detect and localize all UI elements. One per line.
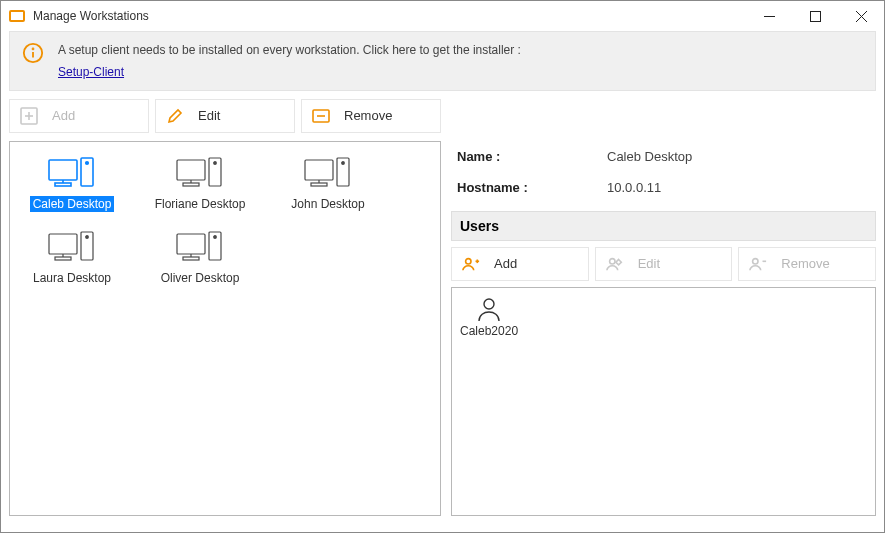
svg-point-31	[86, 235, 89, 238]
svg-point-40	[609, 258, 614, 263]
svg-rect-13	[55, 183, 71, 186]
workstations-panel: Caleb Desktop Floriane Desktop John Desk…	[9, 141, 441, 516]
minimize-icon	[764, 11, 775, 22]
svg-point-36	[214, 235, 217, 238]
users-panel: Caleb2020	[451, 287, 876, 516]
svg-point-37	[466, 258, 471, 263]
pencil-icon	[166, 107, 184, 125]
svg-rect-18	[183, 183, 199, 186]
detail-row-hostname: Hostname : 10.0.0.11	[451, 172, 876, 203]
add-user-button[interactable]: Add	[451, 247, 589, 281]
svg-rect-22	[305, 160, 333, 180]
add-workstation-button[interactable]: Add	[9, 99, 149, 133]
user-label: Caleb2020	[460, 324, 518, 338]
svg-point-6	[33, 48, 34, 49]
main-area: Caleb Desktop Floriane Desktop John Desk…	[1, 141, 884, 526]
svg-point-26	[342, 161, 345, 164]
user-minus-icon	[749, 255, 767, 273]
workstation-label: Oliver Desktop	[158, 270, 243, 286]
name-value: Caleb Desktop	[607, 149, 692, 164]
svg-point-16	[86, 161, 89, 164]
name-label: Name :	[457, 149, 607, 164]
svg-rect-27	[49, 234, 77, 254]
computer-icon	[303, 156, 353, 192]
workstation-item[interactable]: John Desktop	[274, 150, 382, 218]
user-edit-icon	[606, 255, 624, 273]
workstations-grid: Caleb Desktop Floriane Desktop John Desk…	[18, 150, 432, 292]
svg-rect-23	[311, 183, 327, 186]
close-button[interactable]	[838, 1, 884, 31]
remove-user-label: Remove	[781, 256, 829, 271]
workstation-label: Laura Desktop	[30, 270, 114, 286]
workstation-item[interactable]: Floriane Desktop	[146, 150, 254, 218]
minus-box-icon	[312, 107, 330, 125]
svg-rect-12	[49, 160, 77, 180]
user-item[interactable]: Caleb2020	[460, 296, 518, 338]
info-banner: A setup client needs to be installed on …	[9, 31, 876, 91]
add-workstation-label: Add	[52, 108, 75, 123]
detail-row-name: Name : Caleb Desktop	[451, 141, 876, 172]
info-icon	[22, 42, 44, 68]
app-icon	[9, 10, 25, 22]
edit-workstation-label: Edit	[198, 108, 220, 123]
computer-icon	[175, 156, 225, 192]
remove-workstation-label: Remove	[344, 108, 392, 123]
edit-user-label: Edit	[638, 256, 660, 271]
svg-point-41	[753, 258, 758, 263]
workstation-label: Floriane Desktop	[152, 196, 249, 212]
remove-user-button[interactable]: Remove	[738, 247, 876, 281]
minimize-button[interactable]	[746, 1, 792, 31]
users-heading: Users	[451, 211, 876, 241]
edit-user-button[interactable]: Edit	[595, 247, 733, 281]
svg-point-21	[214, 161, 217, 164]
user-plus-icon	[462, 255, 480, 273]
close-icon	[856, 11, 867, 22]
svg-point-43	[484, 299, 494, 309]
computer-icon	[47, 230, 97, 266]
workstation-item[interactable]: Caleb Desktop	[18, 150, 126, 218]
add-user-label: Add	[494, 256, 517, 271]
setup-client-link[interactable]: Setup-Client	[58, 65, 124, 79]
maximize-icon	[810, 11, 821, 22]
workstation-label: John Desktop	[288, 196, 367, 212]
titlebar: Manage Workstations	[1, 1, 884, 31]
workstation-item[interactable]: Oliver Desktop	[146, 224, 254, 292]
svg-rect-17	[177, 160, 205, 180]
window-title: Manage Workstations	[33, 9, 746, 23]
computer-icon	[175, 230, 225, 266]
hostname-value: 10.0.0.11	[607, 180, 661, 195]
details-panel: Name : Caleb Desktop Hostname : 10.0.0.1…	[451, 141, 876, 516]
svg-rect-1	[810, 11, 820, 21]
workstation-item[interactable]: Laura Desktop	[18, 224, 126, 292]
user-icon	[476, 296, 502, 322]
workstation-toolbar: Add Edit Remove	[1, 91, 884, 141]
remove-workstation-button[interactable]: Remove	[301, 99, 441, 133]
plus-icon	[20, 107, 38, 125]
svg-rect-33	[183, 257, 199, 260]
workstation-label: Caleb Desktop	[30, 196, 115, 212]
users-toolbar: Add Edit Remove	[451, 247, 876, 281]
maximize-button[interactable]	[792, 1, 838, 31]
edit-workstation-button[interactable]: Edit	[155, 99, 295, 133]
computer-icon	[47, 156, 97, 192]
svg-rect-32	[177, 234, 205, 254]
hostname-label: Hostname :	[457, 180, 607, 195]
svg-rect-28	[55, 257, 71, 260]
info-message: A setup client needs to be installed on …	[58, 42, 521, 59]
